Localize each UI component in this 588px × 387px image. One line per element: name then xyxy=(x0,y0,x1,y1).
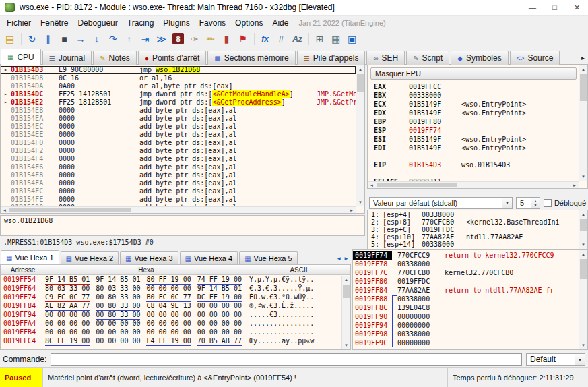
scroll-down-icon[interactable]: ▼ xyxy=(579,341,587,349)
register-row[interactable]: EDI01B5149F<wso.EntryPoint> xyxy=(368,144,579,152)
tab-sections-m-moire[interactable]: ▦Sections mémoire xyxy=(207,51,296,65)
stack-row[interactable]: 0019FF9400000000 xyxy=(353,321,579,330)
stack-row[interactable]: 0019FF800019FFDC xyxy=(353,277,579,286)
restart-icon[interactable]: ↻ xyxy=(24,31,40,47)
patches-icon[interactable]: ✑ xyxy=(187,31,202,47)
hash-icon[interactable]: # xyxy=(273,31,289,47)
tab-journal[interactable]: ☰Journal xyxy=(42,51,92,65)
stack-row[interactable]: 0019FF9C00000000 xyxy=(353,338,579,347)
stack-row[interactable]: 0019FF8477AA82AEreturn to ntdll.77AA82AE… xyxy=(353,286,579,295)
stack-vertical-scrollbar[interactable]: ▲ ▼ xyxy=(579,250,587,349)
stack-row[interactable]: 0019FF7C770CFCB0kernel32.770CFCB0 xyxy=(353,268,579,277)
hide-fpu-button[interactable]: Masquer FPU xyxy=(370,67,577,80)
disasm-row[interactable]: 01B154F40000add byte ptr ds:[eax],al xyxy=(1,155,356,163)
dump-tab-vue-hexa-2[interactable]: ▦Vue Hexa 2 xyxy=(61,251,119,264)
tab-source[interactable]: <>Source xyxy=(510,51,560,65)
argument-count-spinner[interactable]: 5 ▲▼ xyxy=(516,197,540,209)
calling-convention-select[interactable]: Valeur par défaut (stdcall) ▼ xyxy=(369,197,513,209)
menu-favoris[interactable]: Favoris xyxy=(195,17,230,29)
tab-points-d-arr-t[interactable]: ●Points d'arrêt xyxy=(138,51,206,65)
command-profile-select[interactable]: Default ▼ xyxy=(526,353,585,366)
disasm-row[interactable]: 01B154FE0000add byte ptr ds:[eax],al xyxy=(1,196,356,204)
run-icon[interactable]: → xyxy=(73,31,88,47)
pause-icon[interactable]: ∥ xyxy=(40,31,56,47)
register-row[interactable]: ESI01B5149F<wso.EntryPoint> xyxy=(368,135,579,144)
register-row[interactable]: EAX0019FFCC xyxy=(368,82,579,91)
disasm-row[interactable]: 01B154FA0000add byte ptr ds:[eax],al xyxy=(1,179,356,187)
stack-row[interactable]: 0019FF7800338000 xyxy=(353,260,579,268)
assembler-icon[interactable]: Az xyxy=(290,31,305,47)
chevron-down-icon[interactable]: ▼ xyxy=(502,198,512,208)
stack-row[interactable]: 0019FF8800338000 xyxy=(353,295,579,303)
scroll-left-icon[interactable]: ◄ xyxy=(1,207,9,213)
scroll-up-icon[interactable]: ▲ xyxy=(579,210,587,218)
comment-icon[interactable]: ✏ xyxy=(203,31,218,47)
monitor-icon[interactable]: ▣ xyxy=(344,31,360,47)
register-row[interactable]: EIP01B154D3wso.01B154D3 xyxy=(368,160,579,169)
run-to-user-code-icon[interactable]: ⇥ xyxy=(137,31,153,47)
tab-symboles[interactable]: ◆Symboles xyxy=(451,51,508,65)
bookmark-icon[interactable]: ▮ xyxy=(219,31,234,47)
scroll-right-icon[interactable]: ► xyxy=(570,182,579,188)
minimize-button[interactable]: — xyxy=(521,0,544,15)
stack-row[interactable]: 0019FF8C139E04C8 xyxy=(353,303,579,312)
script-function-icon[interactable]: fx xyxy=(257,31,273,47)
close-button[interactable]: ✕ xyxy=(566,0,588,15)
menu-tracing[interactable]: Tracing xyxy=(123,17,159,29)
registers-vertical-scrollbar[interactable]: ▲ ▼ xyxy=(579,65,587,181)
disasm-row[interactable]: ▸01B154D3E9 90C80000jmp wso.1B21D68 xyxy=(1,66,356,74)
stack-row[interactable]: 0019FF9800338000 xyxy=(353,330,579,338)
register-row[interactable]: EFLAGS00000311 xyxy=(368,177,579,181)
scroll-up-icon[interactable]: ▲ xyxy=(579,65,587,73)
dump-row[interactable]: 0019FF549F 14 B5 019F 14 B5 0180 FF 19 0… xyxy=(1,276,341,285)
tab-cpu[interactable]: ▦CPU xyxy=(1,49,41,65)
unlocked-checkbox[interactable]: Débloqué xyxy=(544,199,586,207)
step-out-icon[interactable]: ↑ xyxy=(121,31,137,47)
disasm-row[interactable]: 01B154F60000add byte ptr ds:[eax],al xyxy=(1,163,356,171)
scroll-thumb[interactable] xyxy=(9,208,131,212)
dump-row[interactable]: 0019FF74C9 FC 0C 7700 80 33 00B0 FC 0C 7… xyxy=(1,293,341,302)
scroll-up-icon[interactable]: ▲ xyxy=(356,65,364,73)
step-into-icon[interactable]: ↓ xyxy=(89,31,104,47)
scroll-down-icon[interactable]: ▼ xyxy=(342,341,350,349)
scroll-thumb[interactable] xyxy=(377,183,457,187)
disasm-row[interactable]: 01B154EA0000add byte ptr ds:[eax],al xyxy=(1,115,356,123)
disasm-row[interactable]: 01B154D80C 16or al,16 xyxy=(1,74,356,82)
command-input[interactable] xyxy=(51,353,522,366)
maximize-button[interactable]: □ xyxy=(544,0,566,15)
scroll-thumb[interactable] xyxy=(343,285,350,298)
argument-row[interactable]: 5:[esp+14]00338000 xyxy=(368,241,579,248)
menu-fen-tre[interactable]: Fenêtre xyxy=(36,17,73,29)
menu-d-bogueur[interactable]: Débogueur xyxy=(73,17,122,29)
chevron-down-icon[interactable]: ▼ xyxy=(575,354,585,365)
dump-row[interactable]: 0019FFA400 00 00 0000 00 00 0000 00 00 0… xyxy=(1,320,341,328)
dump-vertical-scrollbar[interactable]: ▲ ▼ xyxy=(341,276,350,349)
tab-pile-d-appels[interactable]: ☰Pile d'appels xyxy=(297,51,366,65)
scroll-down-icon[interactable]: ▼ xyxy=(579,173,587,181)
dump-row[interactable]: 0019FF6480 03 33 0080 03 33 0000 00 00 0… xyxy=(1,285,341,293)
animate-icon[interactable]: ≫ xyxy=(154,31,169,47)
disasm-row[interactable]: 01B154E80000add byte ptr ds:[eax],al xyxy=(1,107,356,115)
stack-row[interactable]: 0019FF9000000000 xyxy=(353,312,579,321)
registers-horizontal-scrollbar[interactable]: ◄ ► xyxy=(368,181,579,188)
menu-fichier[interactable]: Fichier xyxy=(2,17,36,29)
disasm-row[interactable]: 01B154FC0000add byte ptr ds:[eax],al xyxy=(1,187,356,196)
dump-row[interactable]: 0019FFC48C FF 19 0000 00 00 00E4 FF 19 0… xyxy=(1,337,341,346)
tab-seh[interactable]: ∞SEH xyxy=(366,51,405,65)
tab-scroll-left-icon[interactable]: ◄ xyxy=(336,256,341,262)
dump-row[interactable]: 0019FF9400 00 00 0000 80 33 0000 00 00 0… xyxy=(1,311,341,320)
menu-aide[interactable]: Aide xyxy=(267,17,293,29)
step-over-icon[interactable]: ↷ xyxy=(105,31,121,47)
argument-row[interactable]: 4:[esp+10]77AA82AEntdll.77AA82AE xyxy=(368,233,579,241)
trace-record-icon[interactable]: 8 xyxy=(172,33,184,44)
dump-tab-vue-hexa-4[interactable]: ▦Vue Hexa 4 xyxy=(180,251,238,264)
register-row[interactable]: EBP0019FF80 xyxy=(368,117,579,126)
argument-row[interactable]: 3:[esp+C]0019FFDC xyxy=(368,226,579,233)
tab-notes[interactable]: ✎Notes xyxy=(93,51,137,65)
scroll-down-icon[interactable]: ▼ xyxy=(356,198,364,206)
disasm-row[interactable]: 01B154EC0000add byte ptr ds:[eax],al xyxy=(1,123,356,131)
scroll-left-icon[interactable]: ◄ xyxy=(368,182,376,188)
stack-row[interactable]: 0019FF74770CFCC9return to kernel32.770CF… xyxy=(353,251,579,260)
spin-down-icon[interactable]: ▼ xyxy=(533,203,537,207)
disasm-row[interactable]: 01B154F00000add byte ptr ds:[eax],al xyxy=(1,139,356,147)
